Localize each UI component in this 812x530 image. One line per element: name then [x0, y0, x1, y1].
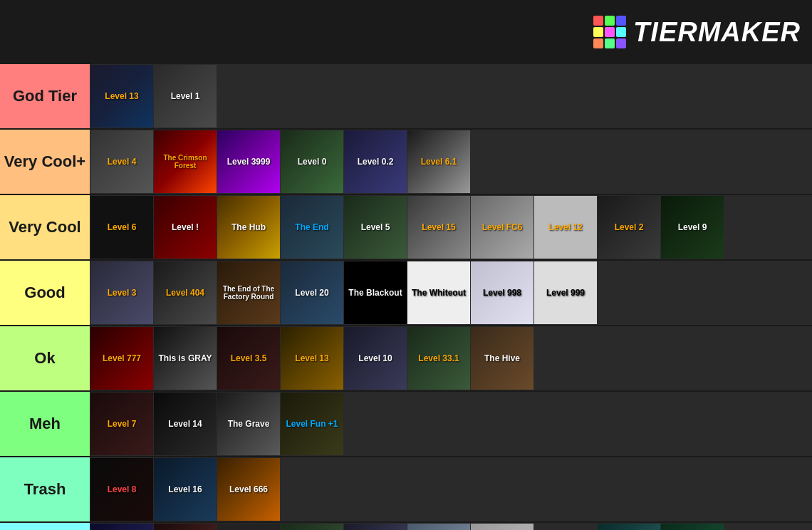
- tier-item-the-hub[interactable]: The Hub: [217, 196, 280, 259]
- tier-item-level5[interactable]: Level 5: [344, 196, 407, 259]
- logo-cell-9: [616, 38, 626, 48]
- tier-item-label-leveln1: Level -1: [154, 524, 217, 530]
- tier-item-label-leveln998: Level -998: [661, 524, 724, 530]
- tier-item-level33[interactable]: Level 33.1: [407, 327, 470, 390]
- tier-item-level13[interactable]: Level 13: [90, 65, 153, 128]
- tier-item-level61[interactable]: Level 6.1: [407, 130, 470, 193]
- tier-item-level35[interactable]: Level 3.5: [217, 327, 280, 390]
- logo-cell-6: [616, 27, 626, 37]
- tier-item-level666[interactable]: Level 666: [217, 458, 280, 521]
- tier-item-level907[interactable]: Level 907: [471, 524, 533, 530]
- tier-row-very-cool-plus: Very Cool+Level 4The Crimson ForestLevel…: [0, 130, 812, 195]
- tier-item-leveln2[interactable]: Level -2: [217, 524, 280, 530]
- tier-item-label-the-hive: The Hive: [471, 327, 533, 390]
- tier-item-label-crimson-forest: The Crimson Forest: [154, 130, 217, 193]
- tier-item-level777[interactable]: Level 777: [90, 327, 153, 390]
- tier-item-label-level-excl: Level !: [154, 196, 217, 259]
- tier-item-level7[interactable]: Level 7: [90, 393, 153, 455]
- tier-row-ok: OkLevel 777This is GRAYLevel 3.5Level 13…: [0, 326, 812, 392]
- tier-item-label-level10: Level 10: [344, 327, 407, 390]
- tier-item-level16[interactable]: Level 16: [154, 458, 217, 521]
- tier-item-blackout[interactable]: The Blackout: [344, 261, 407, 324]
- tier-item-level10[interactable]: Level 10: [344, 327, 407, 390]
- tier-item-label-levelα: Level α: [534, 524, 597, 530]
- tier-item-level15[interactable]: Level 15: [407, 196, 470, 259]
- tier-item-label-whiteout: The Whiteout: [407, 261, 470, 324]
- tier-label-dont-know: Don't Know: [0, 523, 90, 530]
- tier-item-label-leveln2: Level -2: [217, 524, 280, 530]
- tier-item-label-the-hub: The Hub: [217, 196, 280, 259]
- tier-item-label-level3: Level 3: [90, 261, 153, 324]
- tier-items-very-cool: Level 6Level !The HubThe EndLevel 5Level…: [90, 195, 812, 259]
- tier-item-leveln998[interactable]: Level -998: [661, 524, 724, 530]
- tier-item-the-end[interactable]: The End: [281, 196, 343, 259]
- tier-item-level3999[interactable]: Level 3999: [217, 130, 280, 193]
- tier-item-level2[interactable]: Level 2: [598, 196, 660, 259]
- tier-label-trash: Trash: [0, 457, 90, 521]
- tier-item-label-levelfun: Level Fun +1: [281, 393, 343, 455]
- tier-item-label-the-end: The End: [281, 196, 343, 259]
- tier-item-level9[interactable]: Level 9: [661, 196, 724, 259]
- tier-item-level-fc6[interactable]: Level FC6: [471, 196, 533, 259]
- tier-item-label-level15: Level 15: [407, 196, 470, 259]
- tier-item-level14[interactable]: Level 14: [154, 393, 217, 455]
- tier-label-ok: Ok: [0, 326, 90, 390]
- tier-item-whiteout[interactable]: The Whiteout: [407, 261, 470, 324]
- tier-item-label-ifman: If Man Still Alive: [407, 524, 470, 530]
- tier-item-label-level02: Level 0.2: [344, 130, 407, 193]
- tier-item-leveln0[interactable]: Level -0: [90, 524, 153, 530]
- tier-item-label-level4: Level 4: [90, 130, 153, 193]
- tier-items-god: Level 13Level 1: [90, 64, 812, 128]
- logo-grid: [593, 16, 626, 48]
- tier-item-label-blackout: The Blackout: [344, 261, 407, 324]
- tier-item-level0[interactable]: Level 0: [281, 130, 343, 193]
- tiermaker-logo: TiERMAKER: [593, 16, 801, 48]
- tier-item-the-hive[interactable]: The Hive: [471, 327, 533, 390]
- tier-item-label-level33: Level 33.1: [407, 327, 470, 390]
- tier-item-label-level35: Level 3.5: [217, 327, 280, 390]
- tier-item-grave[interactable]: The Grave: [217, 393, 280, 455]
- tier-item-leveln2b[interactable]: Level -2: [598, 524, 660, 530]
- tier-item-level20[interactable]: Level 20: [281, 261, 343, 324]
- logo-cell-8: [605, 38, 615, 48]
- tier-item-level12[interactable]: Level 12: [534, 196, 597, 259]
- tier-item-label-level3999: Level 3999: [217, 130, 280, 193]
- tier-item-label-level7: Level 7: [90, 393, 153, 455]
- tier-items-very-cool-plus: Level 4The Crimson ForestLevel 3999Level…: [90, 130, 812, 194]
- tier-item-unnamed[interactable]: Unnamed: [281, 524, 343, 530]
- tier-item-level4[interactable]: Level 4: [90, 130, 153, 193]
- tier-item-level02[interactable]: Level 0.2: [344, 130, 407, 193]
- tier-item-crimson-forest[interactable]: The Crimson Forest: [154, 130, 217, 193]
- tier-item-label-unnamed: Unnamed: [281, 524, 343, 530]
- tier-item-label-level13b: Level 13: [281, 327, 343, 390]
- logo-cell-7: [593, 38, 603, 48]
- tier-item-leveln1[interactable]: Level -1: [154, 524, 217, 530]
- tier-row-good: GoodLevel 3Level 404The End of The Facto…: [0, 261, 812, 326]
- tier-item-level1[interactable]: Level 1: [154, 65, 217, 128]
- tier-item-label-leveln2b: Level -2: [598, 524, 660, 530]
- tier-row-god: God TierLevel 13Level 1: [0, 64, 812, 130]
- tier-item-level6[interactable]: Level 6: [90, 196, 153, 259]
- tier-item-level256[interactable]: Level 256: [344, 524, 407, 530]
- header: TiERMAKER: [0, 0, 812, 64]
- tier-items-dont-know: Level -0Level -1Level -2UnnamedLevel 256…: [90, 523, 812, 530]
- tiers-container: God TierLevel 13Level 1Very Cool+Level 4…: [0, 64, 812, 530]
- tier-item-level3[interactable]: Level 3: [90, 261, 153, 324]
- tier-item-level-excl[interactable]: Level !: [154, 196, 217, 259]
- tier-item-level13b[interactable]: Level 13: [281, 327, 343, 390]
- tier-item-label-level999: Level 999: [534, 261, 597, 324]
- tier-item-gr3y[interactable]: This is GRAY: [154, 327, 217, 390]
- tier-item-levelα[interactable]: Level α: [534, 524, 597, 530]
- tier-item-level999[interactable]: Level 999: [534, 261, 597, 324]
- tier-item-end-of-hive[interactable]: The End of The Factory Round: [217, 261, 280, 324]
- logo-cell-1: [593, 16, 603, 26]
- tier-item-ifman[interactable]: If Man Still Alive: [407, 524, 470, 530]
- tier-label-good: Good: [0, 261, 90, 325]
- tier-item-level404[interactable]: Level 404: [154, 261, 217, 324]
- tier-item-level998[interactable]: Level 998: [471, 261, 533, 324]
- tier-item-level8[interactable]: Level 8: [90, 458, 153, 521]
- tier-list: TiERMAKER God TierLevel 13Level 1Very Co…: [0, 0, 812, 530]
- tier-item-levelfun[interactable]: Level Fun +1: [281, 393, 343, 455]
- tier-items-meh: Level 7Level 14The GraveLevel Fun +1: [90, 392, 812, 456]
- tier-label-god: God Tier: [0, 64, 90, 128]
